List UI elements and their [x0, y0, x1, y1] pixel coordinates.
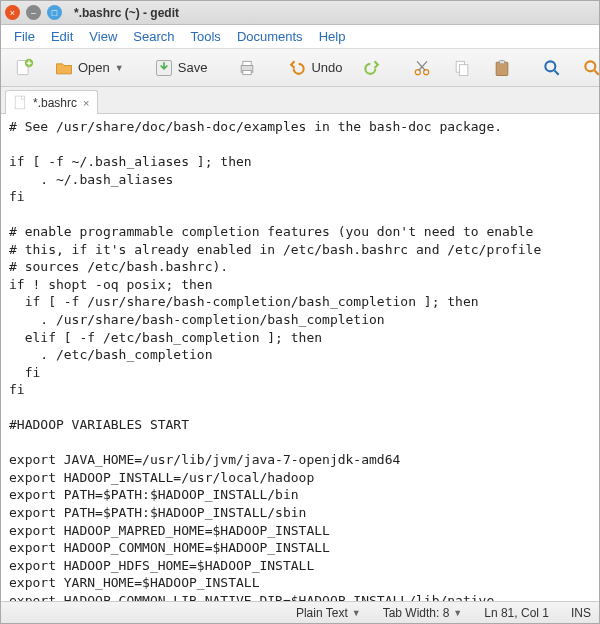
file-icon — [14, 95, 27, 110]
chevron-down-icon: ▼ — [115, 63, 124, 73]
svg-point-13 — [586, 61, 596, 71]
window-minimize-button[interactable]: – — [26, 5, 41, 20]
save-button[interactable]: Save — [147, 54, 215, 82]
new-file-icon — [14, 58, 34, 78]
toolbar: Open ▼ Save Undo — [1, 49, 599, 87]
open-label: Open — [78, 60, 110, 75]
redo-button[interactable] — [355, 54, 389, 82]
undo-label: Undo — [311, 60, 342, 75]
clipboard-icon — [492, 58, 512, 78]
svg-rect-5 — [243, 70, 251, 74]
find-replace-button[interactable] — [575, 54, 600, 82]
status-language[interactable]: Plain Text▼ — [296, 606, 361, 620]
window-close-button[interactable]: × — [5, 5, 20, 20]
editor-area[interactable]: # See /usr/share/doc/bash-doc/examples i… — [1, 114, 599, 601]
window-title: *.bashrc (~) - gedit — [74, 6, 179, 20]
chevron-down-icon: ▼ — [453, 608, 462, 618]
menu-documents[interactable]: Documents — [230, 27, 310, 46]
tab-bar: *.bashrc × — [1, 87, 599, 114]
menu-tools[interactable]: Tools — [184, 27, 228, 46]
status-bar: Plain Text▼ Tab Width: 8▼ Ln 81, Col 1 I… — [1, 601, 599, 623]
print-button[interactable] — [230, 54, 264, 82]
menu-edit[interactable]: Edit — [44, 27, 80, 46]
menu-view[interactable]: View — [82, 27, 124, 46]
search-icon — [542, 58, 562, 78]
menu-file[interactable]: File — [7, 27, 42, 46]
svg-rect-4 — [243, 61, 251, 65]
copy-icon — [452, 58, 472, 78]
folder-open-icon — [54, 58, 74, 78]
find-button[interactable] — [535, 54, 569, 82]
document-tab[interactable]: *.bashrc × — [5, 90, 98, 114]
svg-point-12 — [546, 61, 556, 71]
status-position: Ln 81, Col 1 — [484, 606, 549, 620]
new-button[interactable] — [7, 54, 41, 82]
save-label: Save — [178, 60, 208, 75]
paste-button[interactable] — [485, 54, 519, 82]
status-insert-mode[interactable]: INS — [571, 606, 591, 620]
printer-icon — [237, 58, 257, 78]
scissors-icon — [412, 58, 432, 78]
menu-help[interactable]: Help — [312, 27, 353, 46]
svg-rect-11 — [500, 60, 505, 63]
status-tabwidth[interactable]: Tab Width: 8▼ — [383, 606, 463, 620]
svg-rect-14 — [15, 96, 25, 109]
window-titlebar: × – □ *.bashrc (~) - gedit — [1, 1, 599, 25]
undo-icon — [287, 58, 307, 78]
svg-rect-9 — [460, 64, 468, 75]
search-replace-icon — [582, 58, 600, 78]
redo-icon — [362, 58, 382, 78]
save-icon — [154, 58, 174, 78]
tab-close-icon[interactable]: × — [83, 97, 89, 109]
cut-button[interactable] — [405, 54, 439, 82]
chevron-down-icon: ▼ — [352, 608, 361, 618]
tab-label: *.bashrc — [33, 96, 77, 110]
menu-bar: File Edit View Search Tools Documents He… — [1, 25, 599, 49]
copy-button[interactable] — [445, 54, 479, 82]
open-button[interactable]: Open ▼ — [47, 54, 131, 82]
editor-content[interactable]: # See /usr/share/doc/bash-doc/examples i… — [9, 119, 541, 601]
undo-button[interactable]: Undo — [280, 54, 349, 82]
menu-search[interactable]: Search — [126, 27, 181, 46]
window-maximize-button[interactable]: □ — [47, 5, 62, 20]
